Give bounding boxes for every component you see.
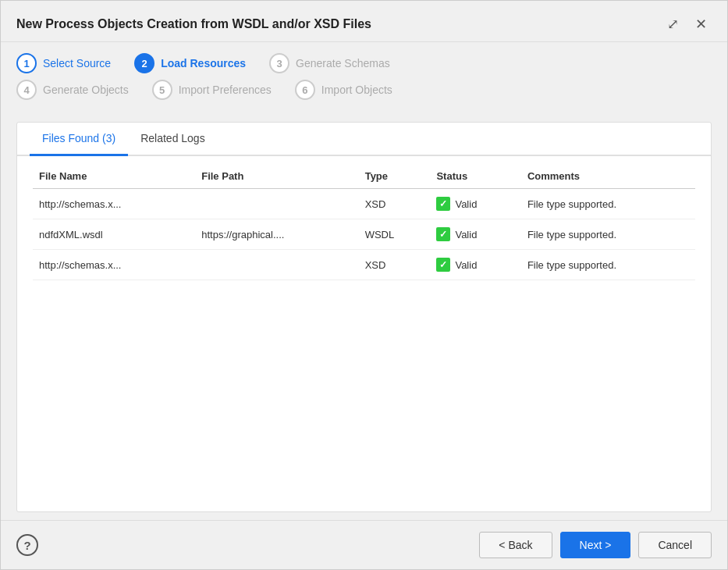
- tab-files-found[interactable]: Files Found (3): [30, 123, 128, 156]
- steps-row-2: 4 Generate Objects 5 Import Preferences …: [16, 80, 712, 100]
- col-header-type: Type: [359, 164, 431, 189]
- step-2-label: Load Resources: [161, 57, 246, 69]
- table-header-row: File Name File Path Type Status Comments: [33, 164, 695, 189]
- steps-row-1: 1 Select Source 2 Load Resources 3 Gener…: [16, 53, 712, 73]
- step-6-label: Import Objects: [321, 84, 392, 96]
- table-row: ndfdXML.wsdl https://graphical.... WSDL …: [33, 219, 695, 250]
- dialog: New Process Objects Creation from WSDL a…: [0, 0, 728, 570]
- step-4-circle: 4: [16, 80, 37, 100]
- dialog-title: New Process Objects Creation from WSDL a…: [16, 17, 371, 31]
- footer-right: < Back Next > Cancel: [479, 532, 712, 558]
- step-4: 4 Generate Objects: [16, 80, 129, 100]
- cell-type: XSD: [359, 189, 431, 219]
- step-4-label: Generate Objects: [43, 84, 129, 96]
- help-button[interactable]: ?: [16, 534, 38, 556]
- step-2: 2 Load Resources: [134, 53, 246, 73]
- step-3-circle: 3: [269, 53, 289, 73]
- col-header-filename: File Name: [33, 164, 195, 189]
- cell-filepath: [195, 189, 358, 219]
- step-3: 3 Generate Schemas: [269, 53, 390, 73]
- status-check-icon: ✓: [436, 227, 450, 241]
- tabs: Files Found (3) Related Logs: [17, 123, 711, 156]
- step-1: 1 Select Source: [16, 53, 111, 73]
- back-button[interactable]: < Back: [479, 532, 552, 558]
- title-bar: New Process Objects Creation from WSDL a…: [1, 1, 727, 42]
- footer: ? < Back Next > Cancel: [1, 520, 727, 569]
- close-button[interactable]: ✕: [690, 13, 712, 35]
- cell-comments: File type supported.: [521, 250, 695, 280]
- cancel-button[interactable]: Cancel: [638, 532, 712, 558]
- table-area: File Name File Path Type Status Comments…: [17, 156, 711, 511]
- cell-comments: File type supported.: [521, 219, 695, 250]
- next-button[interactable]: Next >: [560, 532, 631, 558]
- status-text: Valid: [455, 198, 477, 210]
- cell-comments: File type supported.: [521, 189, 695, 219]
- cell-filepath: [195, 250, 358, 280]
- footer-left: ?: [16, 534, 38, 556]
- steps-area: 1 Select Source 2 Load Resources 3 Gener…: [1, 42, 727, 114]
- cell-status: ✓ Valid: [430, 250, 520, 280]
- status-text: Valid: [455, 229, 477, 240]
- step-6: 6 Import Objects: [295, 80, 392, 100]
- cell-type: WSDL: [359, 219, 431, 250]
- col-header-comments: Comments: [521, 164, 695, 189]
- step-5-label: Import Preferences: [179, 84, 272, 96]
- files-table: File Name File Path Type Status Comments…: [33, 164, 695, 280]
- status-check-icon: ✓: [436, 197, 450, 211]
- step-1-circle: 1: [16, 53, 37, 73]
- step-2-circle: 2: [134, 53, 154, 73]
- step-1-label: Select Source: [43, 57, 111, 69]
- expand-button[interactable]: ⤢: [662, 13, 684, 35]
- cell-filename: http://schemas.x...: [33, 250, 195, 280]
- cell-status: ✓ Valid: [430, 219, 520, 250]
- content-area: Files Found (3) Related Logs File Name F…: [1, 114, 727, 520]
- step-3-label: Generate Schemas: [296, 57, 390, 69]
- table-row: http://schemas.x... XSD ✓ Valid File typ…: [33, 250, 695, 280]
- step-5-circle: 5: [152, 80, 172, 100]
- status-check-icon: ✓: [436, 258, 450, 272]
- col-header-filepath: File Path: [195, 164, 358, 189]
- col-header-status: Status: [430, 164, 520, 189]
- cell-type: XSD: [359, 250, 431, 280]
- step-6-circle: 6: [295, 80, 315, 100]
- cell-filename: http://schemas.x...: [33, 189, 195, 219]
- title-buttons: ⤢ ✕: [662, 13, 712, 35]
- status-text: Valid: [455, 259, 477, 271]
- table-row: http://schemas.x... XSD ✓ Valid File typ…: [33, 189, 695, 219]
- white-panel: Files Found (3) Related Logs File Name F…: [16, 122, 712, 512]
- cell-filepath: https://graphical....: [195, 219, 358, 250]
- tab-related-logs[interactable]: Related Logs: [128, 123, 218, 156]
- cell-filename: ndfdXML.wsdl: [33, 219, 195, 250]
- cell-status: ✓ Valid: [430, 189, 520, 219]
- step-5: 5 Import Preferences: [152, 80, 272, 100]
